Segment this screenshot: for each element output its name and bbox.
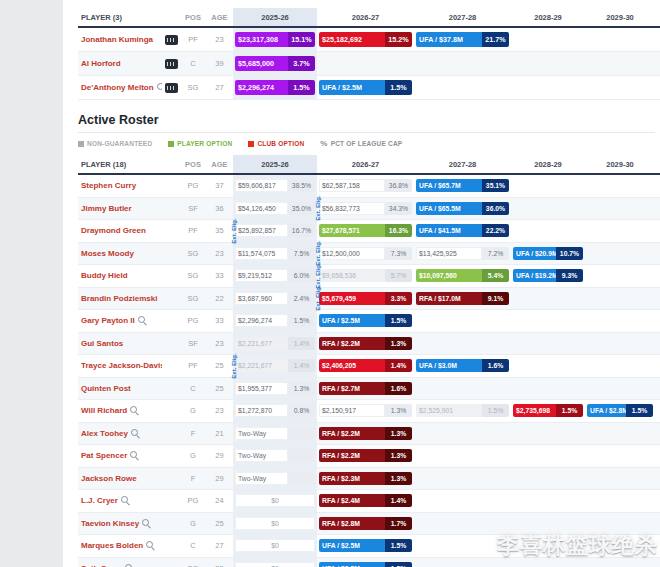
- player-name-link[interactable]: Stephen Curry: [81, 181, 136, 190]
- player-name-link[interactable]: De'Anthony Melton: [81, 83, 154, 92]
- age-cell: 27: [206, 76, 233, 99]
- cap-percentage: 1.3%: [385, 404, 412, 417]
- salary-pill: $13,425,9257.2%: [416, 247, 509, 260]
- player-search-icon[interactable]: [130, 451, 139, 460]
- salary-amount: $27,678,571: [319, 224, 385, 237]
- player-name-link[interactable]: Marques Bolden: [81, 541, 143, 550]
- player-search-icon[interactable]: [142, 519, 151, 528]
- salary-pill: $3,687,9602.4%: [235, 292, 315, 305]
- contract-icon-cell: [162, 513, 180, 535]
- player-search-icon[interactable]: [131, 429, 140, 438]
- salary-amount: UFA / $19.2M: [513, 269, 556, 282]
- salary-cell: RFA / $17.0M9.1%: [414, 288, 511, 310]
- salary-pill: $12,500,0007.3%: [319, 247, 412, 260]
- salary-cell: $1,272,8700.8%: [233, 400, 317, 422]
- salary-cell: [414, 490, 511, 512]
- salary-pill: $2,296,2741.5%: [235, 314, 315, 327]
- player-name-link[interactable]: Quinten Post: [81, 384, 131, 393]
- salary-amount: UFA / $2.8M: [587, 404, 626, 417]
- cap-percentage: [288, 449, 315, 462]
- player-name-link[interactable]: Gary Payton II: [81, 316, 135, 325]
- position-cell: G: [180, 400, 206, 422]
- player-name-link[interactable]: Taevion Kinsey: [81, 519, 139, 528]
- salary-cell: [585, 198, 655, 220]
- player-name-link[interactable]: Pat Spencer: [81, 451, 127, 460]
- contract-icon-cell: [162, 220, 180, 242]
- salary-pill: UFA / $2.8M1.5%: [587, 404, 653, 417]
- player-name-cell: Trayce Jackson-Davis: [78, 355, 162, 377]
- legend-label: CLUB OPTION: [257, 140, 304, 147]
- column-header-season: 2025-26: [233, 155, 317, 173]
- cap-percentage: 3.3%: [385, 292, 412, 305]
- player-search-icon[interactable]: [146, 541, 155, 550]
- salary-cell: $62,587,15836.8%: [317, 175, 414, 197]
- salary-pill: UFA / $2.5M1.5%: [319, 539, 412, 552]
- player-name-link[interactable]: Jimmy Butler: [81, 204, 132, 213]
- salary-cell: Ext. Elig.$56,832,77334.3%: [317, 198, 414, 220]
- cap-percentage: 1.5%: [626, 404, 653, 417]
- salary-cell: $25,182,69215.2%: [317, 28, 414, 51]
- salary-cell: [585, 76, 655, 99]
- player-name-cell: Jonathan Kuminga: [78, 28, 162, 51]
- position-cell: PF: [180, 28, 206, 51]
- player-name-link[interactable]: Alex Toohey: [81, 429, 128, 438]
- player-name-link[interactable]: Brandin Podziemski: [81, 294, 157, 303]
- player-search-icon[interactable]: [121, 496, 130, 505]
- table-row: Jimmy ButlerSF36$54,126,45035.0%Ext. Eli…: [78, 198, 660, 221]
- player-name-link[interactable]: Jackson Rowe: [81, 474, 137, 483]
- contract-icon[interactable]: [165, 59, 178, 69]
- cap-percentage: 1.5%: [288, 80, 315, 95]
- contract-icon-cell: [162, 310, 180, 332]
- salary-pill: UFA / $2.5M1.5%: [319, 314, 412, 327]
- salary-amount: $23,317,308: [235, 32, 288, 47]
- salary-amount: RFA / $2.4M: [319, 494, 385, 507]
- player-name-link[interactable]: Al Horford: [81, 59, 121, 68]
- contract-icon-cell: [162, 288, 180, 310]
- legend-item: NON-GUARANTEED: [78, 140, 152, 147]
- age-cell: 29: [206, 445, 233, 467]
- player-name-link[interactable]: Will Richard: [81, 406, 127, 415]
- position-cell: SG: [180, 288, 206, 310]
- contract-icon[interactable]: [165, 35, 178, 45]
- player-name-link[interactable]: Draymond Green: [81, 226, 146, 235]
- table-row: Trayce Jackson-DavisPF25Ext. Elig.$2,221…: [78, 355, 660, 378]
- player-name-link[interactable]: Gui Santos: [81, 339, 123, 348]
- cap-percentage: 1.5%: [385, 314, 412, 327]
- salary-amount: UFA / $37.8M: [416, 32, 482, 47]
- salary-cell: [511, 468, 585, 490]
- salary-pill: UFA / $65.5M36.0%: [416, 202, 509, 215]
- player-name-link[interactable]: Buddy Hield: [81, 271, 128, 280]
- player-name-cell: Gui Santos: [78, 333, 162, 355]
- salary-cell: UFA / $2.8M1.5%: [585, 400, 655, 422]
- salary-pill: $1,955,3771.3%: [235, 382, 315, 395]
- player-name-link[interactable]: L.J. Cryer: [81, 496, 118, 505]
- salary-pill: $9,658,5365.7%: [319, 269, 412, 282]
- player-name-link[interactable]: Trayce Jackson-Davis: [81, 361, 162, 370]
- salary-cell: RFA / $2.3M1.3%: [317, 468, 414, 490]
- salary-amount: RFA / $2.2M: [319, 449, 385, 462]
- salary-cell: Two-Way: [233, 445, 317, 467]
- legend-label: NON-GUARANTEED: [87, 140, 152, 147]
- player-name-link[interactable]: Jonathan Kuminga: [81, 35, 153, 44]
- salary-cell: $2,296,2741.5%: [233, 310, 317, 332]
- table-header: PLAYER (3)POSAGE2025-262026-272027-28202…: [78, 8, 660, 28]
- salary-pill: UFA / $2.5M1.5%: [319, 562, 412, 567]
- player-search-icon[interactable]: [130, 406, 139, 415]
- salary-amount: Two-Way: [235, 449, 288, 462]
- salary-amount: $9,219,512: [235, 269, 288, 282]
- salary-cell: [511, 220, 585, 242]
- salary-amount: $54,126,450: [235, 202, 288, 215]
- player-name-link[interactable]: Moses Moody: [81, 249, 134, 258]
- player-search-icon[interactable]: [138, 316, 147, 325]
- salary-cell: UFA / $2.5M1.5%: [317, 558, 414, 567]
- salary-cell: [585, 243, 655, 265]
- position-cell: G: [180, 513, 206, 535]
- table-body: Jonathan KumingaPF23$23,317,30815.1%$25,…: [78, 28, 660, 100]
- cap-percentage: [288, 472, 315, 485]
- column-header-season: 2029-30: [585, 155, 655, 173]
- contract-icon[interactable]: [165, 83, 178, 93]
- cap-percentage: 7.3%: [385, 247, 412, 260]
- salary-amount: UFA / $3.0M: [416, 359, 482, 372]
- contract-icon-cell: [162, 445, 180, 467]
- player-name-cell: Jackson Rowe: [78, 468, 162, 490]
